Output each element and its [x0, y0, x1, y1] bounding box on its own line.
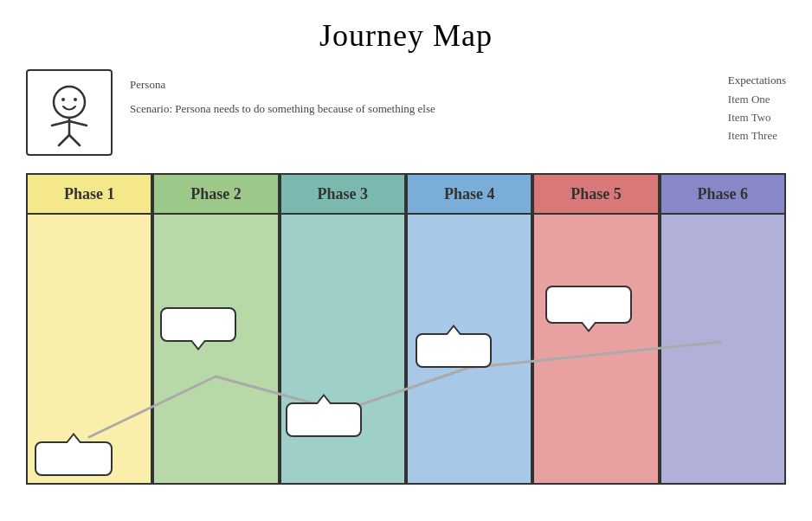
- expectations-item-1: Item One: [728, 91, 786, 109]
- page: Journey Map: [0, 0, 812, 521]
- phase-header-3: Phase 3: [280, 173, 406, 215]
- svg-point-2: [74, 98, 77, 101]
- svg-line-4: [52, 121, 69, 125]
- phase-body-6: [660, 215, 786, 485]
- avatar: [26, 69, 113, 156]
- phase-col-1: Phase 1: [26, 173, 152, 485]
- phase-col-5: Phase 5: [532, 173, 659, 485]
- phase-header-6: Phase 6: [660, 173, 786, 215]
- phase-body-5: [532, 215, 659, 485]
- phase-body-2: [152, 215, 279, 485]
- persona-info: Persona Scenario: Persona needs to do so…: [130, 69, 435, 116]
- phase-body-3: [280, 215, 406, 485]
- phase-header-2: Phase 2: [152, 173, 279, 215]
- expectations-item-2: Item Two: [728, 109, 786, 127]
- speech-bubble-4: [416, 333, 492, 368]
- phase-col-4: Phase 4: [406, 173, 532, 485]
- page-title: Journey Map: [26, 17, 786, 54]
- speech-bubble-1: [35, 441, 113, 476]
- svg-line-7: [69, 135, 80, 145]
- phase-col-3: Phase 3: [280, 173, 406, 485]
- expectations-item-3: Item Three: [728, 127, 786, 145]
- journey-map-area: Phase 1 Phase 2 Phase 3 Ph: [26, 173, 786, 485]
- phase-col-6: Phase 6: [660, 173, 786, 485]
- phase-header-5: Phase 5: [532, 173, 659, 215]
- speech-bubble-2: [160, 307, 236, 342]
- phases-row: Phase 1 Phase 2 Phase 3 Ph: [26, 173, 786, 485]
- phase-header-1: Phase 1: [26, 173, 152, 215]
- scenario-label: Scenario: Persona needs to do something …: [130, 102, 435, 116]
- header-section: Persona Scenario: Persona needs to do so…: [26, 69, 786, 156]
- expectations-title: Expectations: [728, 74, 786, 87]
- phase-header-4: Phase 4: [406, 173, 532, 215]
- speech-bubble-5: [545, 286, 632, 324]
- svg-point-1: [61, 98, 65, 101]
- svg-line-6: [59, 135, 69, 145]
- svg-line-5: [69, 121, 87, 125]
- expectations-box: Expectations Item One Item Two Item Thre…: [728, 69, 786, 145]
- speech-bubble-3: [286, 402, 362, 437]
- persona-label: Persona: [130, 78, 435, 92]
- svg-point-0: [54, 87, 85, 118]
